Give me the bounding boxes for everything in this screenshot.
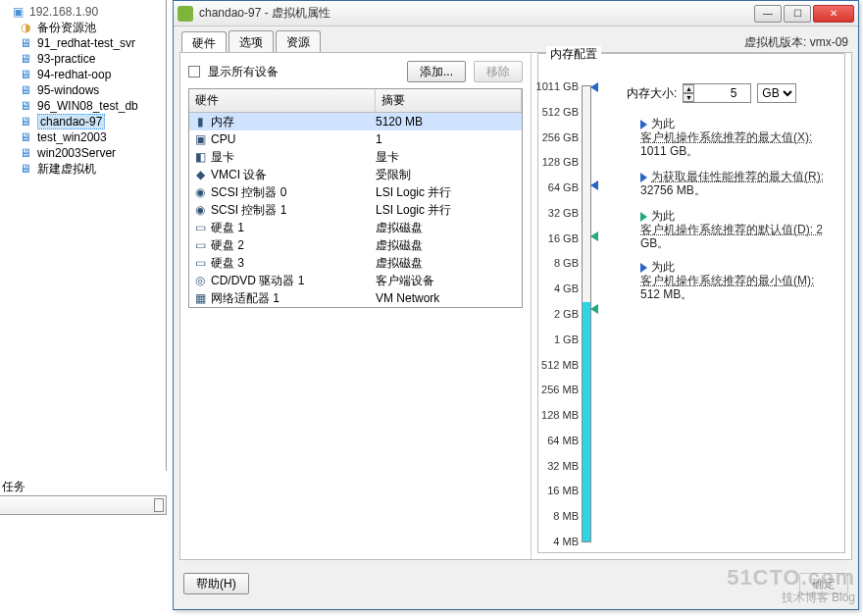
memory-group: 内存配置 内存大小: ▲▼ GB 1011 GB 512 GB 256 GB 1… xyxy=(537,53,845,553)
minimize-button[interactable]: — xyxy=(754,5,782,23)
marker-max-os[interactable] xyxy=(590,82,598,92)
ruler-tick: 32 GB xyxy=(532,207,583,219)
tasks-heading: 任务 xyxy=(2,479,25,495)
hw-summary: 客户端设备 xyxy=(376,273,520,289)
tree-vm[interactable]: 🖥94-redhat-oop xyxy=(0,67,166,82)
tree-vm[interactable]: 🖥91_redhat-test_svr xyxy=(0,35,166,51)
vm-icon: 🖥 xyxy=(18,162,33,176)
hw-name: 硬盘 1 xyxy=(209,220,376,236)
hw-row[interactable]: ▦网络适配器 1VM Network xyxy=(189,289,522,307)
hw-summary: 显卡 xyxy=(376,149,520,166)
net-icon: ▦ xyxy=(191,291,209,305)
marker-min[interactable] xyxy=(590,231,598,241)
pool-icon: ◑ xyxy=(18,21,33,34)
titlebar[interactable]: chandao-97 - 虚拟机属性 — ☐ ✕ xyxy=(174,1,858,26)
hardware-panel: 显示所有设备 添加... 移除 硬件 摘要 ▮内存5120 MB▣CPU1◧显卡… xyxy=(180,53,532,559)
ruler-tick: 64 GB xyxy=(532,181,583,193)
tree-vm-label: win2003Server xyxy=(37,146,116,160)
maximize-button[interactable]: ☐ xyxy=(784,5,811,23)
hw-row[interactable]: ▭硬盘 2虚拟磁盘 xyxy=(189,236,522,254)
cpu-icon: ▣ xyxy=(191,132,209,146)
ruler-tick: 256 GB xyxy=(532,131,583,143)
vmci-icon: ◆ xyxy=(191,168,209,181)
tree-vm-label: 93-practice xyxy=(37,52,95,66)
triangle-icon xyxy=(640,263,647,273)
spin-down[interactable]: ▼ xyxy=(683,93,694,102)
note-link[interactable]: 客户机操作系统推荐的最小值(M): xyxy=(640,274,814,287)
grip-icon[interactable] xyxy=(154,498,164,512)
hw-summary: LSI Logic 并行 xyxy=(376,184,520,201)
hw-row[interactable]: ◎CD/DVD 驱动器 1客户端设备 xyxy=(189,272,522,289)
ruler-tick: 1011 GB xyxy=(532,80,583,92)
note-max-perf: 为获取最佳性能推荐的最大值(R): 32756 MB。 xyxy=(640,170,824,197)
hw-row[interactable]: ◧显卡显卡 xyxy=(189,148,522,166)
hw-row[interactable]: ◉SCSI 控制器 1LSI Logic 并行 xyxy=(189,201,522,219)
memory-unit-select[interactable]: GB xyxy=(757,83,796,103)
vm-icon: 🖥 xyxy=(18,115,33,128)
col-hardware[interactable]: 硬件 xyxy=(189,89,376,112)
hw-row[interactable]: ◆VMCI 设备受限制 xyxy=(189,166,522,183)
tree-vm-label: 95-windows xyxy=(37,83,99,97)
memory-panel: 内存配置 内存大小: ▲▼ GB 1011 GB 512 GB 256 GB 1… xyxy=(532,53,851,559)
hardware-table: 硬件 摘要 ▮内存5120 MB▣CPU1◧显卡显卡◆VMCI 设备受限制◉SC… xyxy=(188,88,523,308)
hw-row[interactable]: ▣CPU1 xyxy=(189,130,522,148)
tree-vm[interactable]: 🖥win2003Server xyxy=(0,145,166,161)
hw-row[interactable]: ◉SCSI 控制器 0LSI Logic 并行 xyxy=(189,183,522,201)
hw-name: 显卡 xyxy=(209,149,376,166)
note-min: 为此 客户机操作系统推荐的最小值(M): 512 MB。 xyxy=(640,260,814,301)
note-link[interactable]: 客户机操作系统推荐的最大值(X): xyxy=(640,130,812,144)
tab-resources[interactable]: 资源 xyxy=(276,30,321,54)
help-button[interactable]: 帮助(H) xyxy=(183,573,249,594)
ruler-tick: 64 MB xyxy=(532,435,583,446)
show-all-checkbox[interactable] xyxy=(188,66,200,77)
marker-max-perf[interactable] xyxy=(590,180,598,190)
tree-vm[interactable]: 🖥chandao-97 xyxy=(0,114,166,129)
hw-summary: LSI Logic 并行 xyxy=(376,202,520,219)
dialog-footer: 帮助(H) 确定 xyxy=(174,564,858,603)
marker-default[interactable] xyxy=(590,304,598,314)
tree-vm[interactable]: 🖥93-practice xyxy=(0,51,166,67)
tree-vm[interactable]: 🖥test_win2003 xyxy=(0,129,166,145)
hw-row[interactable]: ▮内存5120 MB xyxy=(189,113,522,130)
ruler-tick: 4 GB xyxy=(532,282,583,294)
scsi-icon: ◉ xyxy=(191,203,209,217)
hw-name: SCSI 控制器 1 xyxy=(209,202,376,219)
note-link[interactable]: 客户机操作系统推荐的默认值(D): 2 xyxy=(640,223,823,236)
tree-vm[interactable]: 🖥96_WIN08_test_db xyxy=(0,98,166,114)
tree-vm-label: test_win2003 xyxy=(37,130,107,144)
tree-host[interactable]: ▣ 192.168.1.90 xyxy=(0,4,166,20)
ruler-tick: 8 MB xyxy=(532,510,583,522)
show-all-label: 显示所有设备 xyxy=(208,64,279,80)
tree-pool[interactable]: ◑ 备份资源池 xyxy=(0,20,166,35)
remove-button: 移除 xyxy=(474,61,523,82)
spin-up[interactable]: ▲ xyxy=(683,84,694,93)
dialog-body: 显示所有设备 添加... 移除 硬件 摘要 ▮内存5120 MB▣CPU1◧显卡… xyxy=(179,52,852,560)
vm-icon: 🖥 xyxy=(18,68,33,81)
memory-size-label: 内存大小: xyxy=(627,85,677,102)
note-link[interactable]: 为获取最佳性能推荐的最大值(R): xyxy=(651,170,824,183)
hw-summary: 5120 MB xyxy=(376,115,520,128)
tree-vm[interactable]: 🖥95-windows xyxy=(0,82,166,98)
tree-newvm-label: 新建虚拟机 xyxy=(37,161,96,178)
tree-pool-label: 备份资源池 xyxy=(37,20,96,36)
triangle-icon xyxy=(640,212,647,222)
hw-summary: 虚拟磁盘 xyxy=(376,237,520,254)
inventory-tree: ▣ 192.168.1.90 ◑ 备份资源池 🖥91_redhat-test_s… xyxy=(0,0,167,471)
dialog-title: chandao-97 - 虚拟机属性 xyxy=(199,5,754,22)
memory-ruler[interactable]: 1011 GB 512 GB 256 GB 128 GB 64 GB 32 GB… xyxy=(582,85,591,542)
vm-icon: 🖥 xyxy=(18,99,33,113)
hw-row[interactable]: ▭硬盘 1虚拟磁盘 xyxy=(189,219,522,236)
hw-row[interactable]: ▭硬盘 3虚拟磁盘 xyxy=(189,254,522,272)
hw-summary: 虚拟磁盘 xyxy=(376,220,520,236)
add-button[interactable]: 添加... xyxy=(407,61,466,82)
tab-options[interactable]: 选项 xyxy=(228,30,274,54)
close-button[interactable]: ✕ xyxy=(813,5,854,23)
ok-button[interactable]: 确定 xyxy=(799,573,848,594)
memory-group-label: 内存配置 xyxy=(546,46,601,63)
hw-name: 网络适配器 1 xyxy=(209,290,376,307)
ruler-tick: 16 GB xyxy=(532,232,583,244)
tree-newvm[interactable]: 🖥 新建虚拟机 xyxy=(0,161,166,177)
tasks-bar[interactable] xyxy=(0,495,167,515)
vm-icon: 🖥 xyxy=(18,36,33,50)
col-summary[interactable]: 摘要 xyxy=(376,89,522,112)
